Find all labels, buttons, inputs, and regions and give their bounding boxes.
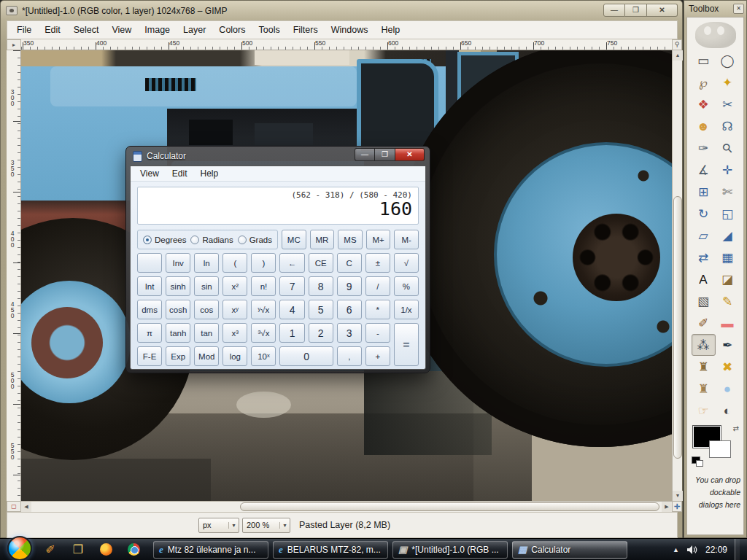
background-color-swatch[interactable] [709,440,731,458]
quick-launch-item[interactable] [124,541,143,559]
calculator-key[interactable]: n! [251,276,276,296]
tool-button[interactable]: ◢ [716,225,740,246]
calculator-key[interactable]: * [365,300,390,319]
show-hidden-icons-icon[interactable]: ▲ [673,546,679,553]
quick-launch-item[interactable]: ✐ [41,541,60,559]
calculator-key[interactable]: CE [309,253,333,273]
menu-item[interactable]: Edit [166,167,194,180]
calculator-key[interactable]: log [222,346,247,366]
scroll-down-icon[interactable]: ▼ [673,491,683,501]
tool-button[interactable]: ∡ [692,159,716,181]
memory-key[interactable]: M+ [366,230,391,249]
scroll-up-icon[interactable]: ▲ [673,50,683,61]
taskbar-window-button[interactable]: ▣ *[Untitled]-1.0 (RGB ... [392,541,508,559]
close-button[interactable]: ✕ [395,148,425,161]
tool-button[interactable]: ▱ [692,225,716,246]
memory-key[interactable]: MR [310,230,335,249]
tool-button[interactable]: ✂ [716,93,740,115]
calculator-key[interactable]: sin [194,276,219,296]
tool-button[interactable]: ✑ [692,137,716,159]
tool-button[interactable]: ⇄ [692,246,716,268]
tool-button[interactable]: ▧ [692,290,716,312]
calculator-key[interactable]: tan [194,323,219,343]
tool-button[interactable]: ✄ [716,181,740,203]
tool-button[interactable]: ☞ [692,400,716,421]
calculator-key[interactable]: , [337,346,362,366]
calculator-key[interactable]: x³ [222,323,247,343]
zoom-select[interactable]: 200 % ▾ [242,518,290,533]
navigate-view-button[interactable]: ✛ [672,501,682,512]
menu-item[interactable]: Image [138,22,177,38]
menu-item[interactable]: File [10,22,38,38]
calculator-key[interactable]: % [394,276,419,296]
tool-button[interactable]: ⊞ [692,181,716,203]
tool-button[interactable]: ✦ [716,71,740,93]
tool-button[interactable]: A [692,268,716,290]
calculator-key[interactable]: 1/x [394,300,419,319]
angle-mode-radio[interactable]: Degrees [143,236,186,244]
tool-button[interactable]: ◱ [716,203,740,225]
calculator-key[interactable]: π [137,323,162,343]
taskbar-window-button[interactable]: ▦ Calculator [512,541,627,559]
tool-button[interactable]: ● [716,378,740,400]
menu-item[interactable]: Windows [325,22,375,38]
calculator-key[interactable]: Inv [166,253,190,273]
tool-button[interactable]: ✐ [692,312,716,334]
calculator-key[interactable]: 0 [279,346,333,366]
tool-button[interactable]: ✖ [716,356,740,378]
quick-mask-toggle[interactable]: ▢ [7,501,21,512]
calculator-key[interactable]: cos [194,300,219,319]
calculator-key[interactable]: Int [137,276,162,296]
calculator-key[interactable]: ( [222,253,247,273]
calculator-key[interactable]: dms [137,300,162,319]
calculator-key[interactable] [137,253,162,273]
zoom-follow-window-button[interactable]: ⚲ [672,39,682,50]
scroll-right-icon[interactable]: ▶ [662,502,672,512]
start-button[interactable] [7,536,32,560]
calculator-key[interactable]: cosh [166,300,190,319]
calculator-key[interactable]: ln [194,253,219,273]
menu-item[interactable]: Tools [252,22,286,38]
tool-button[interactable]: ☊ [716,115,740,137]
calculator-key[interactable]: xʸ [222,300,247,319]
calculator-key[interactable]: 2 [309,323,333,343]
calculator-key[interactable]: ʸ√x [251,300,276,319]
ruler-origin-button[interactable]: ▸ [7,39,21,50]
gimp-titlebar[interactable]: *[Untitled]-1.0 (RGB color, 1 layer) 102… [1,1,682,20]
close-icon[interactable]: ✕ [733,4,744,14]
calculator-titlebar[interactable]: Calculator — ❐ ✕ [130,147,426,166]
menu-item[interactable]: Select [67,22,106,38]
calculator-key[interactable]: 5 [309,300,333,319]
tool-button[interactable]: ✒ [716,334,740,356]
calculator-key[interactable]: ± [365,253,390,273]
taskbar-window-button[interactable]: e BELARUS MTZ-82, m... [273,541,388,559]
tool-button[interactable]: ☻ [692,115,716,137]
default-colors-icon[interactable] [692,456,700,464]
quick-launch-item[interactable] [96,541,115,559]
calculator-key[interactable]: + [365,346,390,366]
tool-button[interactable]: ✛ [716,159,740,181]
show-desktop-button[interactable] [735,539,740,560]
calculator-key[interactable]: Mod [194,346,219,366]
tool-button[interactable]: ◪ [716,268,740,290]
horizontal-scrollbar-thumb[interactable] [240,502,659,511]
horizontal-scrollbar[interactable]: ◀ ▶ [21,501,672,512]
calculator-key[interactable]: 1 [279,323,304,343]
tool-button[interactable]: ❖ [692,93,716,115]
taskbar-window-button[interactable]: e Mtz 82 ülekanne ja n... [153,541,268,559]
calculator-key[interactable]: √ [394,253,419,273]
minimize-button[interactable]: — [355,148,375,161]
unit-select[interactable]: px ▾ [198,518,239,533]
menu-item[interactable]: View [105,22,138,38]
tool-button[interactable]: ▬ [716,312,740,334]
tool-button[interactable]: ✎ [716,290,740,312]
calculator-key[interactable]: tanh [166,323,190,343]
calculator-key[interactable]: F-E [137,346,162,366]
calculator-key[interactable]: 6 [337,300,362,319]
calculator-key[interactable]: 9 [337,276,362,296]
calculator-key[interactable]: 10ˣ [251,346,276,366]
tool-button[interactable]: ℘ [692,71,716,93]
tool-button[interactable]: ◐ [716,400,740,421]
restore-button[interactable]: ❐ [625,4,647,17]
calculator-key[interactable]: / [365,276,390,296]
